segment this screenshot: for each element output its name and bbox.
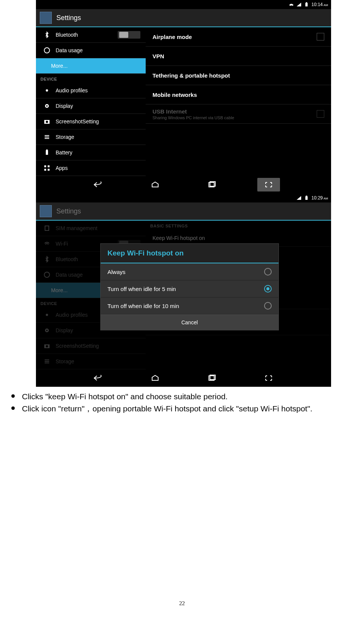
data-usage-icon [44, 47, 50, 54]
sidebar-item-apps[interactable]: Apps [36, 160, 146, 176]
item-label: Mobile networks [152, 92, 197, 98]
audio-icon [44, 87, 50, 94]
option-label: Turn off when idle for 5 min [107, 286, 176, 292]
radio-icon [264, 302, 272, 310]
status-bar: 10:29AM [36, 193, 331, 202]
sidebar-item-display[interactable]: Display [36, 98, 146, 114]
screenshot-button[interactable] [257, 371, 280, 385]
svg-rect-12 [44, 169, 46, 171]
instruction-item: Click icon "return"，opening portable Wi-… [11, 403, 364, 415]
sidebar-item-label: ScreenshotSetting [56, 118, 99, 125]
status-bar: 10:14AM [36, 0, 331, 9]
svg-rect-10 [44, 165, 46, 167]
sidebar-item-audio[interactable]: Audio profiles [36, 83, 146, 98]
svg-point-3 [46, 89, 48, 92]
sidebar-item-data-usage[interactable]: Data usage [36, 43, 146, 58]
storage-icon [44, 134, 50, 140]
svg-point-7 [46, 121, 48, 123]
svg-rect-1 [306, 2, 307, 3]
dialog-title: Keep Wi-Fi hotspot on [101, 244, 278, 263]
battery-icon [44, 149, 50, 156]
device-section-header: DEVICE [36, 74, 146, 83]
svg-rect-8 [46, 150, 48, 155]
svg-rect-9 [46, 149, 48, 150]
back-button[interactable] [87, 178, 110, 191]
item-subtitle: Sharing Windows PC internet via USB cabl… [152, 115, 234, 120]
dialog-option-5min[interactable]: Turn off when idle for 5 min [101, 280, 278, 297]
bluetooth-icon [44, 31, 50, 38]
svg-rect-0 [305, 3, 308, 6]
option-label: Always [107, 269, 126, 275]
sidebar-item-bluetooth[interactable]: Bluetooth [36, 27, 146, 43]
option-label: Turn off when idle for 10 min [107, 303, 179, 309]
display-icon [44, 103, 50, 109]
page-title: Settings [56, 14, 81, 22]
sidebar-item-label: Apps [56, 165, 68, 171]
signal-icon [296, 196, 302, 200]
item-label: Tethering & portable hotspot [152, 72, 230, 79]
sidebar-item-label: Bluetooth [56, 32, 78, 38]
settings-detail-pane: Airplane mode VPN Tethering & portable h… [146, 27, 331, 176]
airplane-mode-checkbox[interactable] [317, 33, 324, 40]
tethering-item[interactable]: Tethering & portable hotspot [146, 66, 331, 85]
dialog-option-always[interactable]: Always [101, 263, 278, 280]
keep-hotspot-dialog: Keep Wi-Fi hotspot on Always Turn off wh… [100, 243, 279, 330]
title-bar: Settings [36, 9, 331, 27]
apps-icon [44, 165, 50, 171]
sidebar-item-storage[interactable]: Storage [36, 129, 146, 145]
airplane-mode-item[interactable]: Airplane mode [146, 27, 331, 47]
radio-icon [264, 268, 272, 276]
camera-icon [44, 118, 50, 125]
sidebar-item-label: Data usage [56, 47, 83, 53]
sidebar-item-label: More... [51, 63, 68, 69]
mobile-networks-item[interactable]: Mobile networks [146, 85, 331, 104]
sidebar-item-label: Storage [56, 134, 74, 140]
sidebar-item-more[interactable]: More... [36, 58, 146, 74]
signal-icon [296, 2, 302, 7]
battery-icon [304, 196, 309, 200]
svg-rect-17 [306, 196, 307, 196]
status-time: 10:29AM [311, 195, 328, 201]
vpn-item[interactable]: VPN [146, 47, 331, 66]
item-label: VPN [152, 53, 164, 59]
screenshot-button[interactable] [257, 178, 280, 191]
svg-rect-11 [48, 165, 50, 167]
settings-icon [40, 12, 52, 24]
item-label: USB Internet [152, 108, 234, 115]
screenshot-settings-more: 10:14AM Settings Bluetooth Data [36, 0, 331, 193]
page-title: Settings [56, 207, 81, 215]
item-label: Airplane mode [152, 34, 192, 40]
svg-point-2 [44, 48, 50, 53]
back-button[interactable] [87, 371, 110, 385]
bluetooth-toggle[interactable] [118, 31, 140, 39]
nav-bar [36, 369, 331, 387]
usb-internet-checkbox [317, 110, 324, 118]
radio-icon [264, 285, 272, 293]
svg-point-5 [46, 105, 48, 107]
sidebar-item-label: Battery [56, 149, 72, 156]
svg-rect-16 [305, 196, 308, 200]
recent-apps-button[interactable] [201, 178, 223, 191]
sidebar-item-label: Audio profiles [56, 87, 88, 93]
settings-sidebar: Bluetooth Data usage More... DEVICE [36, 27, 146, 176]
wifi-icon [289, 2, 294, 7]
settings-icon [40, 205, 52, 217]
recent-apps-button[interactable] [201, 371, 223, 385]
home-button[interactable] [144, 178, 166, 191]
dialog-option-10min[interactable]: Turn off when idle for 10 min [101, 297, 278, 314]
screenshot-hotspot-dialog: 10:29AM Settings SIM management Wi-Fi [36, 193, 331, 387]
sidebar-item-screenshot[interactable]: ScreenshotSetting [36, 114, 146, 129]
battery-icon [304, 2, 309, 7]
nav-bar [36, 176, 331, 193]
instruction-list: Clicks "keep Wi-Fi hotspot on" and choos… [11, 391, 364, 415]
dialog-cancel-button[interactable]: Cancel [101, 314, 278, 330]
home-button[interactable] [144, 371, 166, 385]
page-number: 22 [0, 600, 364, 607]
sidebar-item-battery[interactable]: Battery [36, 145, 146, 160]
usb-internet-item: USB Internet Sharing Windows PC internet… [146, 104, 331, 124]
instruction-item: Clicks "keep Wi-Fi hotspot on" and choos… [11, 391, 364, 403]
sidebar-item-label: Display [56, 103, 73, 109]
title-bar: Settings [36, 202, 331, 221]
status-time: 10:14AM [311, 2, 328, 7]
svg-rect-13 [48, 169, 50, 171]
